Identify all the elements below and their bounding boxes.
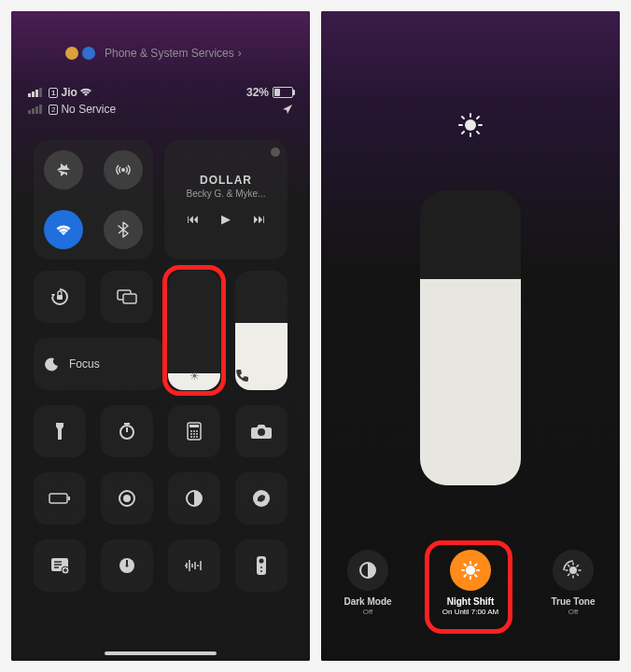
media-controls: ⏮ ▶ ⏭ <box>187 212 265 226</box>
breadcrumb[interactable]: Phone & System Services › <box>65 47 242 60</box>
dark-mode-icon <box>347 550 388 591</box>
svg-point-16 <box>258 428 265 436</box>
bluetooth-toggle[interactable] <box>104 210 143 249</box>
orientation-lock-button[interactable] <box>34 271 86 323</box>
sim-indicator: 2 <box>49 105 58 115</box>
svg-point-14 <box>193 436 195 438</box>
wifi-icon <box>79 88 92 97</box>
svg-point-7 <box>190 430 192 432</box>
phone-icon <box>235 368 287 383</box>
screenshot-brightness-detail: Dark Mode Off Night Shift On Until 7:00 … <box>321 11 620 661</box>
notes-button[interactable] <box>34 539 86 592</box>
wifi-toggle[interactable] <box>44 210 83 249</box>
brightness-icon <box>457 112 484 138</box>
control-center: DOLLAR Becky G. & Myke... ⏮ ▶ ⏭ Focus ☀ <box>34 140 287 651</box>
dark-mode-label: Dark Mode <box>344 596 391 607</box>
cellular-signal-icon <box>28 105 42 114</box>
svg-point-15 <box>196 436 198 438</box>
true-tone-status: Off <box>568 608 579 616</box>
low-power-button[interactable] <box>34 472 86 525</box>
battery-percent: 32% <box>246 86 269 99</box>
night-shift-status: On Until 7:00 AM <box>442 608 498 616</box>
true-tone-label: True Tone <box>551 596 595 607</box>
location-arrow-icon <box>282 104 293 115</box>
svg-point-28 <box>259 559 264 564</box>
remote-button[interactable] <box>235 539 287 592</box>
night-shift-label: Night Shift <box>447 596 495 607</box>
svg-rect-1 <box>57 295 63 300</box>
brightness-icon: ☀ <box>168 370 220 383</box>
volume-slider[interactable] <box>235 271 287 390</box>
breadcrumb-label: Phone & System Services <box>105 47 234 60</box>
svg-point-9 <box>196 430 198 432</box>
battery-indicator: 32% <box>246 86 293 99</box>
screen-record-button[interactable] <box>101 472 153 525</box>
screen-mirroring-button[interactable] <box>101 271 153 323</box>
stopwatch-button[interactable] <box>101 539 153 592</box>
svg-rect-18 <box>68 497 70 500</box>
svg-rect-17 <box>49 494 67 503</box>
dark-mode-option[interactable]: Dark Mode Off <box>331 550 404 616</box>
status-bar: 1 Jio 32% <box>28 86 293 99</box>
true-tone-option[interactable]: True Tone Off <box>537 550 610 616</box>
shazam-button[interactable] <box>235 472 287 525</box>
svg-point-10 <box>190 433 192 435</box>
svg-point-0 <box>121 168 125 172</box>
focus-button[interactable]: Focus <box>34 338 164 390</box>
svg-point-34 <box>569 567 577 574</box>
svg-point-33 <box>466 566 475 575</box>
voice-memo-button[interactable] <box>168 539 220 592</box>
svg-point-30 <box>260 570 262 572</box>
status-bar-second: 2 No Service <box>28 103 293 116</box>
svg-point-26 <box>126 565 129 567</box>
dark-mode-status: Off <box>363 608 373 616</box>
media-subtitle: Becky G. & Myke... <box>186 189 265 199</box>
location-dot-icon <box>82 47 95 60</box>
screenshot-ios-control-center: Phone & System Services › 1 Jio 32% 2 No… <box>11 11 310 661</box>
svg-rect-3 <box>123 294 136 303</box>
location-dot-icon <box>65 47 78 60</box>
svg-point-8 <box>193 430 195 432</box>
media-title: DOLLAR <box>200 174 252 187</box>
carrier-label: Jio <box>61 86 77 99</box>
flashlight-button[interactable] <box>34 405 86 457</box>
dark-mode-button[interactable] <box>168 472 220 525</box>
svg-point-11 <box>193 433 195 435</box>
true-tone-icon <box>553 550 594 591</box>
cellular-toggle[interactable] <box>104 150 143 189</box>
home-indicator[interactable] <box>105 651 217 655</box>
connectivity-card <box>34 140 153 259</box>
moon-icon <box>45 357 60 371</box>
no-service-label: No Service <box>61 103 116 116</box>
brightness-slider-large[interactable] <box>420 190 521 485</box>
calculator-button[interactable] <box>168 405 220 457</box>
focus-label: Focus <box>69 357 100 371</box>
play-icon[interactable]: ▶ <box>221 212 231 226</box>
svg-rect-6 <box>189 425 199 427</box>
svg-point-13 <box>190 436 192 438</box>
timer-button[interactable] <box>101 405 153 457</box>
airplane-toggle[interactable] <box>44 150 83 189</box>
prev-track-icon[interactable]: ⏮ <box>187 212 199 226</box>
cellular-signal-icon <box>28 88 42 97</box>
media-card[interactable]: DOLLAR Becky G. & Myke... ⏮ ▶ ⏭ <box>164 140 287 259</box>
sim-indicator: 1 <box>49 88 58 98</box>
battery-icon <box>273 87 293 98</box>
brightness-slider[interactable]: ☀ <box>168 271 220 390</box>
airplay-icon[interactable] <box>271 147 280 157</box>
display-options-row: Dark Mode Off Night Shift On Until 7:00 … <box>321 550 620 616</box>
svg-point-31 <box>465 119 476 131</box>
next-track-icon[interactable]: ⏭ <box>253 212 265 226</box>
svg-point-12 <box>196 433 198 435</box>
slider-fill <box>420 279 521 485</box>
chevron-right-icon: › <box>238 47 242 60</box>
camera-button[interactable] <box>235 405 287 457</box>
night-shift-icon <box>450 550 491 591</box>
svg-point-29 <box>260 567 262 568</box>
night-shift-option[interactable]: Night Shift On Until 7:00 AM <box>434 550 507 616</box>
svg-point-20 <box>123 495 131 502</box>
slider-empty <box>420 190 521 279</box>
